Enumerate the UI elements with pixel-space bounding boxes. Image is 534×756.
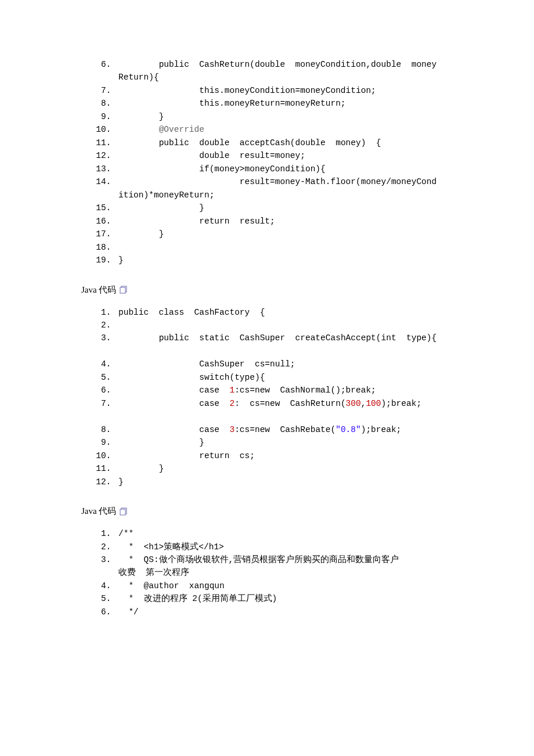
code-line: @Override (116, 123, 453, 136)
code-text: Return){ (118, 71, 453, 84)
code-text: } (118, 464, 164, 473)
code-text: );break; (361, 425, 402, 434)
code-text: switch(type){ (118, 373, 265, 382)
code-text: */ (118, 607, 139, 617)
code-text: } (118, 477, 124, 487)
code-text: public class CashFactory { (118, 308, 265, 317)
code-text: return result; (118, 217, 275, 226)
code-text: double result=money; (118, 151, 305, 160)
code-text: result=money-Math.floor(money/moneyCond (118, 177, 436, 186)
code-line: } (116, 254, 453, 267)
code-line: public double acceptCash(double money) { (116, 136, 453, 149)
code-text: case (118, 425, 229, 434)
code-text: * QS:做个商场收银软件,营销员根据客户所购买的商品和数量向客户 (118, 555, 399, 564)
code-line: return result; (116, 215, 453, 228)
code-line: this.moneyReturn=moneyReturn; (116, 97, 453, 110)
code-line: return cs; (116, 449, 453, 462)
code-line: double result=money; (116, 149, 453, 162)
code-label-text: Java 代码 (81, 285, 116, 296)
code-line: } (116, 110, 453, 123)
code-text: return cs; (118, 451, 255, 460)
code-line: * 改进的程序 2(采用简单工厂模式) (116, 592, 453, 605)
code-text: :cs=new CashNormal();break; (234, 386, 376, 395)
code-number: 2 (229, 399, 234, 408)
code-line: /** (116, 527, 453, 540)
copy-icon[interactable] (120, 507, 128, 516)
code-text: case (118, 399, 229, 408)
code-text: } (118, 255, 124, 265)
code-text: public double acceptCash(double money) { (118, 138, 381, 147)
code-line (116, 319, 453, 332)
code-text: * @author xangqun (118, 581, 225, 591)
code-number: 1 (229, 386, 234, 395)
code-line: } (116, 436, 453, 449)
code-block-3: /** * <h1>策略模式</h1> * QS:做个商场收银软件,营销员根据客… (81, 527, 453, 618)
code-label-text: Java 代码 (81, 506, 116, 517)
code-text: this.moneyCondition=moneyCondition; (118, 86, 376, 95)
code-label-1: Java 代码 (81, 285, 453, 296)
code-line: * QS:做个商场收银软件,营销员根据客户所购买的商品和数量向客户收费 第一次程… (116, 553, 453, 579)
code-text: ition)*moneyReturn; (118, 189, 453, 201)
code-line: CashSuper cs=null; (116, 358, 453, 370)
code-text: 收费 第一次程序 (118, 566, 453, 579)
code-text: );break; (381, 399, 422, 408)
code-text: if(money>moneyCondition){ (118, 164, 326, 174)
code-line: */ (116, 606, 453, 618)
code-text: public static CashSuper createCashAccept… (118, 333, 436, 343)
code-text: * <h1>策略模式</h1> (118, 542, 224, 552)
code-line: } (116, 201, 453, 214)
code-line: this.moneyCondition=moneyCondition; (116, 84, 453, 97)
code-line: public CashReturn(double moneyCondition,… (116, 58, 453, 84)
code-string: "0.8" (335, 425, 361, 434)
code-line: } (116, 228, 453, 240)
code-line: * <h1>策略模式</h1> (116, 541, 453, 553)
code-line: case 2: cs=new CashReturn(300,100);break… (116, 397, 453, 423)
code-number: 300 (346, 399, 361, 408)
code-line: case 1:cs=new CashNormal();break; (116, 384, 453, 397)
code-block-2: public class CashFactory { public static… (81, 306, 453, 489)
code-line: if(money>moneyCondition){ (116, 163, 453, 175)
svg-rect-1 (120, 287, 125, 293)
code-text: :cs=new CashRebate( (234, 425, 335, 434)
code-line (116, 241, 453, 254)
code-text: } (118, 112, 164, 121)
code-text: * 改进的程序 2(采用简单工厂模式) (118, 594, 277, 603)
code-text: public CashReturn(double moneyCondition,… (118, 60, 436, 69)
code-label-2: Java 代码 (81, 506, 453, 517)
code-text: CashSuper cs=null; (118, 359, 295, 369)
code-line: } (116, 462, 453, 475)
page: public CashReturn(double moneyCondition,… (0, 0, 534, 659)
code-block-1: public CashReturn(double moneyCondition,… (81, 58, 453, 267)
code-number: 100 (366, 399, 381, 408)
code-line: case 3:cs=new CashRebate("0.8");break; (116, 423, 453, 436)
code-line: * @author xangqun (116, 579, 453, 592)
code-number: 3 (229, 425, 234, 434)
code-text: case (118, 386, 229, 395)
code-line: switch(type){ (116, 371, 453, 384)
code-text: } (118, 438, 204, 447)
code-text: /** (118, 529, 134, 538)
code-text: this.moneyReturn=moneyReturn; (118, 99, 346, 108)
code-annotation: @Override (118, 125, 204, 134)
svg-rect-3 (120, 509, 125, 515)
code-text: } (118, 203, 204, 213)
code-text: } (118, 229, 164, 239)
code-line: public class CashFactory { (116, 306, 453, 319)
code-line: } (116, 476, 453, 488)
code-line: result=money-Math.floor(money/moneyCondi… (116, 175, 453, 201)
copy-icon[interactable] (120, 286, 128, 294)
code-text: : cs=new CashReturn( (234, 399, 345, 408)
code-line: public static CashSuper createCashAccept… (116, 332, 453, 358)
